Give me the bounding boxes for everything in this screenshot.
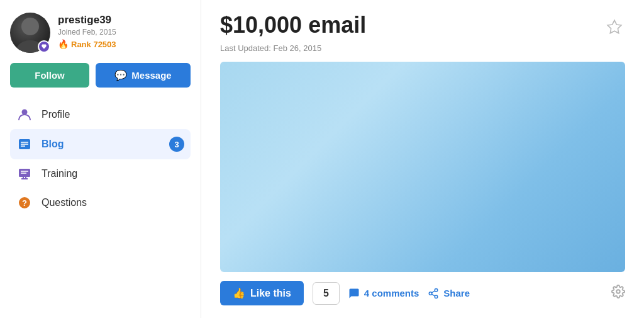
post-title: $10,000 email <box>220 13 366 38</box>
training-icon <box>16 167 33 181</box>
person-icon <box>16 108 33 122</box>
post-meta: Last Updated: Feb 26, 2015 <box>220 43 625 53</box>
sidebar-item-profile[interactable]: Profile <box>10 100 191 129</box>
share-icon <box>428 288 439 299</box>
star-icon <box>606 19 623 35</box>
post-actions: 👍 Like this 5 4 comments Share <box>220 281 625 305</box>
comments-button[interactable]: 4 comments <box>348 288 419 299</box>
blog-icon <box>16 137 33 151</box>
blog-badge: 3 <box>169 137 184 152</box>
heart-icon <box>41 43 47 50</box>
message-button[interactable]: 💬 Message <box>96 63 191 88</box>
training-label: Training <box>42 168 77 179</box>
sidebar-item-training[interactable]: Training <box>10 159 191 188</box>
joined-date: Joined Feb, 2015 <box>58 28 116 37</box>
svg-point-18 <box>435 295 438 298</box>
main-content: $10,000 email Last Updated: Feb 26, 2015… <box>201 0 644 318</box>
rank-icon: 🔥 <box>58 39 69 49</box>
questions-icon: ? <box>16 196 33 210</box>
share-button[interactable]: Share <box>428 288 470 299</box>
sidebar: prestige39 Joined Feb, 2015 🔥 Rank 72503… <box>0 0 201 318</box>
sidebar-item-blog[interactable]: Blog 3 <box>10 129 191 159</box>
nav-list: Profile Blog 3 <box>10 100 191 217</box>
svg-point-21 <box>616 290 620 293</box>
user-details: prestige39 Joined Feb, 2015 🔥 Rank 72503 <box>58 13 116 49</box>
post-header: $10,000 email <box>220 13 625 40</box>
action-buttons: Follow 💬 Message <box>10 63 191 88</box>
username: prestige39 <box>58 14 116 26</box>
questions-label: Questions <box>42 197 87 208</box>
svg-line-19 <box>432 294 435 296</box>
message-icon: 💬 <box>114 69 127 81</box>
gear-button[interactable] <box>611 285 625 302</box>
thumbs-up-icon: 👍 <box>233 287 245 299</box>
svg-text:?: ? <box>22 198 27 208</box>
blog-label: Blog <box>42 139 64 150</box>
avatar-wrap <box>10 13 50 53</box>
gear-icon <box>611 285 625 298</box>
follow-button[interactable]: Follow <box>10 63 89 88</box>
rank-label: 🔥 Rank 72503 <box>58 39 116 49</box>
sidebar-item-questions[interactable]: ? Questions <box>10 188 191 217</box>
svg-point-0 <box>21 18 39 35</box>
post-image <box>220 62 625 272</box>
badge-icon <box>38 40 50 53</box>
like-count: 5 <box>313 282 340 305</box>
user-info: prestige39 Joined Feb, 2015 🔥 Rank 72503 <box>10 13 191 53</box>
svg-marker-15 <box>608 20 621 33</box>
profile-label: Profile <box>42 109 70 120</box>
star-button[interactable] <box>604 16 625 40</box>
svg-line-20 <box>432 290 435 292</box>
like-button[interactable]: 👍 Like this <box>220 281 304 305</box>
svg-point-17 <box>430 292 433 295</box>
svg-point-16 <box>435 288 438 292</box>
comment-icon <box>348 288 360 299</box>
